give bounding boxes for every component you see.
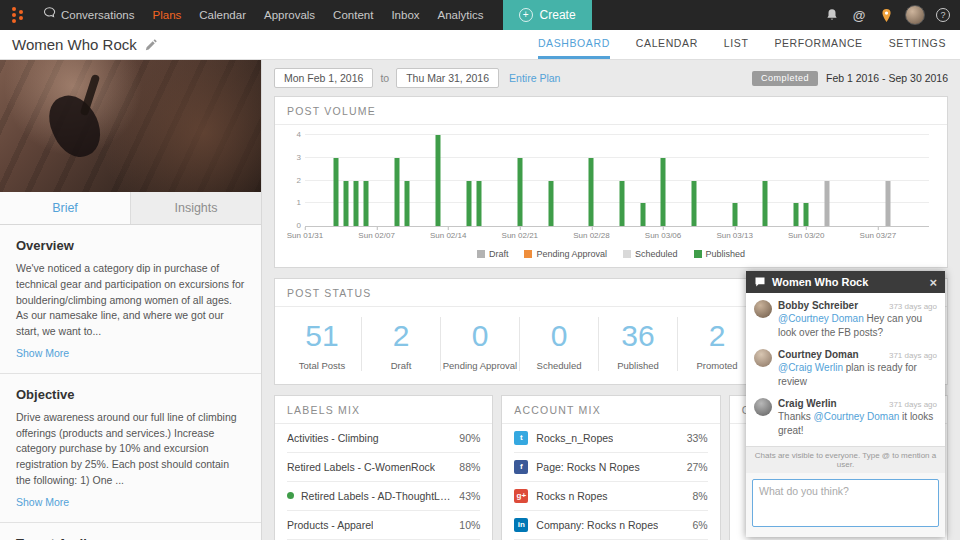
climber-silhouette: [41, 87, 109, 164]
chart-bar: [886, 181, 891, 227]
post-volume-plot: 01234: [305, 135, 929, 227]
message-text-part: Thanks: [778, 411, 814, 422]
chat-input-area: [746, 473, 945, 537]
start-date-button[interactable]: Mon Feb 1, 2016: [274, 68, 373, 88]
account-percent: 33%: [681, 432, 708, 444]
notifications-bell-icon[interactable]: [824, 7, 840, 23]
top-nav: ConversationsPlansCalendarApprovalsConte…: [0, 0, 960, 30]
tab-performance[interactable]: PERFORMANCE: [774, 30, 862, 59]
y-axis-label: 3: [287, 153, 301, 162]
chat-messages: Bobby Schreiber373 days ago@Courtney Dom…: [746, 293, 945, 446]
chat-message: Craig Werlin371 days agoThanks @Courtney…: [754, 398, 937, 438]
show-more-link[interactable]: Show More: [16, 347, 69, 359]
tab-settings[interactable]: SETTINGS: [889, 30, 946, 59]
user-avatar[interactable]: [905, 5, 925, 25]
nav-item-label: Conversations: [61, 0, 135, 30]
gridline: [305, 134, 929, 135]
labels-mix-header: LABELS MIX: [275, 396, 492, 424]
post-volume-chart: 01234 Sun 01/31Sun 02/07Sun 02/14Sun 02/…: [285, 131, 937, 265]
edit-title-pencil-icon[interactable]: [145, 38, 158, 51]
mention-link[interactable]: @Craig Werlin: [778, 362, 843, 373]
nav-item-conversations[interactable]: Conversations: [34, 0, 144, 30]
metric-label: Draft: [362, 360, 440, 371]
brief-tab-insights[interactable]: Insights: [131, 192, 261, 224]
metric-draft: 2Draft: [362, 317, 441, 371]
label-name: Retired Labels - AD-ThoughtLeadership: [301, 490, 453, 502]
x-axis-label: Sun 03/06: [645, 231, 681, 240]
chat-input[interactable]: [752, 479, 939, 527]
post-volume-header: POST VOLUME: [275, 97, 947, 125]
labels-mix-row: Retired Labels - AD-ThoughtLeadership43%: [287, 482, 480, 511]
metric-value: 2: [678, 319, 756, 354]
avatar: [754, 300, 772, 318]
account-mix-row: inCompany: Rocks n Ropes6%: [514, 511, 707, 540]
nav-item-inbox[interactable]: Inbox: [382, 0, 428, 30]
account-mix-row: tRocks_n_Ropes33%: [514, 424, 707, 453]
x-axis-label: Sun 01/31: [287, 231, 323, 240]
tab-calendar[interactable]: CALENDAR: [636, 30, 698, 59]
account-percent: 8%: [686, 490, 707, 502]
tab-dashboard[interactable]: DASHBOARD: [538, 30, 610, 59]
nav-item-label: Approvals: [264, 0, 315, 30]
y-axis-label: 1: [287, 198, 301, 207]
message-head: Craig Werlin371 days ago: [778, 398, 937, 409]
x-axis-label: Sun 03/13: [716, 231, 752, 240]
main-nav: ConversationsPlansCalendarApprovalsConte…: [34, 0, 493, 30]
section-text: We've noticed a category dip in purchase…: [16, 261, 245, 340]
entire-plan-link[interactable]: Entire Plan: [509, 72, 560, 84]
nav-item-approvals[interactable]: Approvals: [255, 0, 324, 30]
metric-value: 2: [362, 319, 440, 354]
help-icon[interactable]: ?: [936, 8, 950, 22]
chart-bar: [824, 181, 829, 227]
linkedin-icon: in: [514, 518, 528, 532]
labels-mix-row: Retired Labels - C-WomenRock88%: [287, 453, 480, 482]
plan-status-area: Completed Feb 1 2016 - Sep 30 2016: [752, 71, 948, 86]
twitter-icon: t: [514, 431, 528, 445]
googleplus-icon: g+: [514, 489, 528, 503]
chart-bar: [794, 203, 799, 226]
nav-item-calendar[interactable]: Calendar: [190, 0, 255, 30]
create-button[interactable]: + Create: [503, 0, 592, 30]
message-head: Courtney Doman371 days ago: [778, 349, 937, 360]
account-mix-row: fPage: Rocks N Ropes27%: [514, 453, 707, 482]
chart-bar: [763, 181, 768, 227]
message-content: Bobby Schreiber373 days ago@Courtney Dom…: [778, 300, 937, 340]
message-timestamp: 373 days ago: [885, 302, 937, 311]
brief-tab-brief[interactable]: Brief: [0, 192, 131, 224]
chart-bar: [691, 181, 696, 227]
end-date-button[interactable]: Thu Mar 31, 2016: [396, 68, 499, 88]
chat-bubble-icon: [754, 276, 766, 288]
mentions-at-icon[interactable]: @: [851, 7, 867, 23]
metric-label: Published: [599, 360, 677, 371]
chat-header: Women Who Rock ×: [746, 271, 945, 293]
chart-bar: [476, 181, 481, 227]
account-name: Company: Rocks n Ropes: [536, 519, 658, 531]
nav-item-content[interactable]: Content: [324, 0, 382, 30]
location-pin-icon[interactable]: [878, 7, 894, 23]
nav-item-label: Plans: [153, 0, 182, 30]
account-name: Rocks_n_Ropes: [536, 432, 613, 444]
x-axis-label: Sun 02/21: [502, 231, 538, 240]
chart-bar: [435, 135, 440, 226]
legend-label: Pending Approval: [536, 249, 607, 259]
y-axis-label: 2: [287, 176, 301, 185]
section-heading: Objective: [16, 387, 245, 402]
show-more-link[interactable]: Show More: [16, 496, 69, 508]
x-axis-label: Sun 03/27: [860, 231, 896, 240]
tab-list[interactable]: LIST: [724, 30, 749, 59]
metric-total-posts: 51Total Posts: [283, 317, 362, 371]
chart-bar: [732, 203, 737, 226]
chat-visibility-note: Chats are visible to everyone. Type @ to…: [746, 446, 945, 473]
chat-close-icon[interactable]: ×: [929, 276, 937, 289]
mention-link[interactable]: @Courtney Doman: [778, 313, 864, 324]
create-button-label: Create: [540, 8, 576, 22]
logo[interactable]: [6, 0, 30, 30]
metric-pending-approval: 0Pending Approval: [441, 317, 520, 371]
section-heading: Overview: [16, 238, 245, 253]
account-mix-card: ACCOUNT MIX tRocks_n_Ropes33%fPage: Rock…: [501, 395, 720, 540]
plus-icon: +: [519, 8, 533, 22]
mention-link[interactable]: @Courtney Doman: [814, 411, 900, 422]
legend-swatch: [477, 250, 485, 258]
nav-item-analytics[interactable]: Analytics: [429, 0, 493, 30]
nav-item-plans[interactable]: Plans: [144, 0, 191, 30]
